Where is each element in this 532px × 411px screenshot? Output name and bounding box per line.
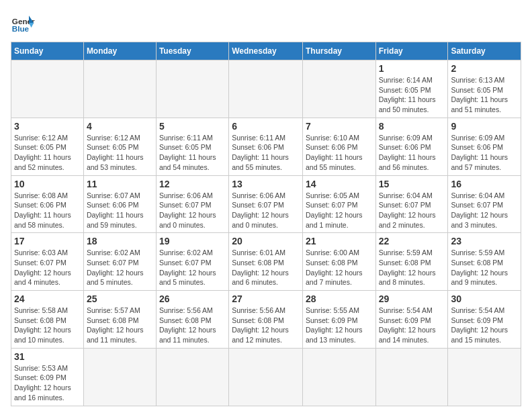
- day-info: Sunrise: 6:09 AM Sunset: 6:06 PM Dayligh…: [379, 133, 445, 173]
- day-number: 8: [379, 121, 445, 132]
- calendar-cell-3-4: 21Sunrise: 6:00 AM Sunset: 6:08 PM Dayli…: [302, 233, 375, 291]
- day-number: 20: [232, 236, 300, 246]
- day-info: Sunrise: 5:57 AM Sunset: 6:08 PM Dayligh…: [87, 306, 153, 345]
- day-number: 6: [232, 121, 300, 132]
- day-number: 29: [379, 293, 445, 304]
- calendar-cell-1-2: 5Sunrise: 6:11 AM Sunset: 6:05 PM Daylig…: [156, 118, 228, 175]
- calendar-cell-0-1: [83, 60, 156, 118]
- day-info: Sunrise: 6:02 AM Sunset: 6:07 PM Dayligh…: [159, 248, 226, 287]
- day-info: Sunrise: 6:10 AM Sunset: 6:06 PM Dayligh…: [306, 133, 373, 173]
- day-number: 26: [159, 293, 226, 304]
- calendar-cell-0-4: [302, 60, 375, 118]
- calendar-cell-3-3: 20Sunrise: 6:01 AM Sunset: 6:08 PM Dayli…: [229, 233, 303, 291]
- day-info: Sunrise: 6:04 AM Sunset: 6:07 PM Dayligh…: [379, 191, 445, 230]
- weekday-header-tuesday: Tuesday: [156, 42, 228, 60]
- day-number: 17: [14, 236, 81, 246]
- calendar-cell-3-2: 19Sunrise: 6:02 AM Sunset: 6:07 PM Dayli…: [156, 233, 228, 291]
- weekday-header-saturday: Saturday: [448, 42, 521, 60]
- day-info: Sunrise: 6:14 AM Sunset: 6:05 PM Dayligh…: [379, 75, 445, 115]
- weekday-header-friday: Friday: [375, 42, 448, 60]
- week-row-0: 1Sunrise: 6:14 AM Sunset: 6:05 PM Daylig…: [11, 60, 521, 118]
- day-number: 21: [306, 236, 373, 246]
- day-number: 3: [14, 121, 81, 132]
- calendar-cell-5-2: [156, 348, 228, 406]
- day-number: 23: [451, 236, 518, 246]
- weekday-header-monday: Monday: [83, 42, 156, 60]
- calendar-cell-4-6: 30Sunrise: 5:54 AM Sunset: 6:09 PM Dayli…: [448, 291, 521, 349]
- day-number: 9: [451, 121, 518, 132]
- day-info: Sunrise: 5:53 AM Sunset: 6:09 PM Dayligh…: [14, 363, 81, 403]
- day-number: 30: [451, 293, 518, 304]
- weekday-header-thursday: Thursday: [302, 42, 375, 60]
- day-number: 1: [379, 63, 445, 74]
- day-info: Sunrise: 6:12 AM Sunset: 6:05 PM Dayligh…: [14, 133, 81, 173]
- day-number: 22: [379, 236, 445, 246]
- calendar-cell-4-3: 27Sunrise: 5:56 AM Sunset: 6:08 PM Dayli…: [229, 291, 303, 349]
- day-info: Sunrise: 5:58 AM Sunset: 6:08 PM Dayligh…: [14, 306, 81, 345]
- logo-icon: General Blue: [11, 11, 35, 35]
- day-info: Sunrise: 6:03 AM Sunset: 6:07 PM Dayligh…: [14, 248, 81, 287]
- day-number: 2: [451, 63, 518, 74]
- day-number: 13: [232, 179, 300, 189]
- week-row-3: 17Sunrise: 6:03 AM Sunset: 6:07 PM Dayli…: [11, 233, 521, 291]
- day-number: 28: [306, 293, 373, 304]
- calendar-cell-2-6: 16Sunrise: 6:04 AM Sunset: 6:07 PM Dayli…: [448, 175, 521, 233]
- day-info: Sunrise: 6:06 AM Sunset: 6:07 PM Dayligh…: [159, 191, 226, 230]
- day-info: Sunrise: 6:08 AM Sunset: 6:06 PM Dayligh…: [14, 191, 81, 230]
- calendar-cell-2-1: 11Sunrise: 6:07 AM Sunset: 6:06 PM Dayli…: [83, 175, 156, 233]
- calendar-cell-0-6: 2Sunrise: 6:13 AM Sunset: 6:05 PM Daylig…: [448, 60, 521, 118]
- day-info: Sunrise: 5:56 AM Sunset: 6:08 PM Dayligh…: [232, 306, 300, 345]
- day-info: Sunrise: 6:05 AM Sunset: 6:07 PM Dayligh…: [306, 191, 373, 230]
- week-row-4: 24Sunrise: 5:58 AM Sunset: 6:08 PM Dayli…: [11, 291, 521, 349]
- calendar-cell-0-2: [156, 60, 228, 118]
- day-info: Sunrise: 5:54 AM Sunset: 6:09 PM Dayligh…: [379, 306, 445, 345]
- calendar-cell-5-4: [302, 348, 375, 406]
- day-info: Sunrise: 6:06 AM Sunset: 6:07 PM Dayligh…: [232, 191, 300, 230]
- calendar-cell-1-3: 6Sunrise: 6:11 AM Sunset: 6:06 PM Daylig…: [229, 118, 303, 175]
- day-number: 16: [451, 179, 518, 189]
- calendar-cell-5-0: 31Sunrise: 5:53 AM Sunset: 6:09 PM Dayli…: [11, 348, 84, 406]
- day-info: Sunrise: 6:12 AM Sunset: 6:05 PM Dayligh…: [87, 133, 153, 173]
- calendar-cell-4-2: 26Sunrise: 5:56 AM Sunset: 6:08 PM Dayli…: [156, 291, 228, 349]
- day-info: Sunrise: 5:59 AM Sunset: 6:08 PM Dayligh…: [379, 248, 445, 287]
- calendar-cell-4-4: 28Sunrise: 5:55 AM Sunset: 6:09 PM Dayli…: [302, 291, 375, 349]
- svg-text:Blue: Blue: [12, 24, 30, 33]
- calendar-cell-2-2: 12Sunrise: 6:06 AM Sunset: 6:07 PM Dayli…: [156, 175, 228, 233]
- calendar-cell-1-0: 3Sunrise: 6:12 AM Sunset: 6:05 PM Daylig…: [11, 118, 84, 175]
- day-info: Sunrise: 6:02 AM Sunset: 6:07 PM Dayligh…: [87, 248, 153, 287]
- calendar-cell-3-6: 23Sunrise: 5:59 AM Sunset: 6:08 PM Dayli…: [448, 233, 521, 291]
- calendar-cell-5-5: [375, 348, 448, 406]
- day-number: 24: [14, 293, 81, 304]
- header: General Blue: [11, 11, 521, 35]
- calendar-cell-2-0: 10Sunrise: 6:08 AM Sunset: 6:06 PM Dayli…: [11, 175, 84, 233]
- calendar-cell-3-1: 18Sunrise: 6:02 AM Sunset: 6:07 PM Dayli…: [83, 233, 156, 291]
- week-row-5: 31Sunrise: 5:53 AM Sunset: 6:09 PM Dayli…: [11, 348, 521, 406]
- day-info: Sunrise: 5:54 AM Sunset: 6:09 PM Dayligh…: [451, 306, 518, 345]
- day-number: 12: [159, 179, 226, 189]
- day-info: Sunrise: 6:11 AM Sunset: 6:05 PM Dayligh…: [159, 133, 226, 173]
- day-info: Sunrise: 6:01 AM Sunset: 6:08 PM Dayligh…: [232, 248, 300, 287]
- day-info: Sunrise: 6:11 AM Sunset: 6:06 PM Dayligh…: [232, 133, 300, 173]
- calendar-cell-4-5: 29Sunrise: 5:54 AM Sunset: 6:09 PM Dayli…: [375, 291, 448, 349]
- day-number: 14: [306, 179, 373, 189]
- day-info: Sunrise: 5:59 AM Sunset: 6:08 PM Dayligh…: [451, 248, 518, 287]
- week-row-1: 3Sunrise: 6:12 AM Sunset: 6:05 PM Daylig…: [11, 118, 521, 175]
- day-info: Sunrise: 6:09 AM Sunset: 6:06 PM Dayligh…: [451, 133, 518, 173]
- day-number: 25: [87, 293, 153, 304]
- week-row-2: 10Sunrise: 6:08 AM Sunset: 6:06 PM Dayli…: [11, 175, 521, 233]
- day-info: Sunrise: 6:13 AM Sunset: 6:05 PM Dayligh…: [451, 75, 518, 115]
- calendar-cell-0-5: 1Sunrise: 6:14 AM Sunset: 6:05 PM Daylig…: [375, 60, 448, 118]
- logo: General Blue: [11, 11, 35, 35]
- day-number: 5: [159, 121, 226, 132]
- calendar-cell-1-5: 8Sunrise: 6:09 AM Sunset: 6:06 PM Daylig…: [375, 118, 448, 175]
- calendar-cell-2-5: 15Sunrise: 6:04 AM Sunset: 6:07 PM Dayli…: [375, 175, 448, 233]
- day-info: Sunrise: 5:56 AM Sunset: 6:08 PM Dayligh…: [159, 306, 226, 345]
- calendar-cell-0-3: [229, 60, 303, 118]
- day-number: 15: [379, 179, 445, 189]
- calendar: SundayMondayTuesdayWednesdayThursdayFrid…: [11, 42, 521, 406]
- day-number: 10: [14, 179, 81, 189]
- weekday-header-row: SundayMondayTuesdayWednesdayThursdayFrid…: [11, 42, 521, 60]
- day-number: 18: [87, 236, 153, 246]
- day-number: 7: [306, 121, 373, 132]
- day-number: 31: [14, 351, 81, 362]
